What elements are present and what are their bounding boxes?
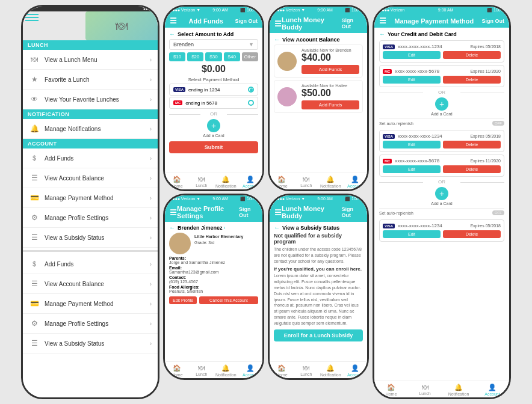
card-4-edit-btn[interactable]: Edit <box>383 165 441 173</box>
amount-30-btn[interactable]: $30 <box>205 52 221 61</box>
balance-back[interactable]: ← <box>274 36 280 43</box>
chevron-right-icon: › <box>150 175 152 182</box>
hamburger-icon-2[interactable]: ☰ <box>170 208 177 217</box>
menu-item-payment-method[interactable]: 💳 Manage Payment Method › <box>23 188 158 208</box>
menu-item-profile-settings[interactable]: ⚙ Manage Profile Settings › <box>23 208 158 228</box>
hamburger-icon[interactable]: ☰ <box>170 16 177 25</box>
amount-other-btn[interactable]: Other <box>242 52 258 61</box>
card-5-delete-btn[interactable]: Delete <box>443 230 501 238</box>
toggle-off-2[interactable]: OFF <box>492 210 504 215</box>
card-5-edit-btn[interactable]: Edit <box>383 230 441 238</box>
hamburger-icon-b[interactable]: ☰ <box>274 19 282 28</box>
menu-item-add-funds-2[interactable]: ＄ Add Funds › <box>23 254 158 274</box>
subsidy-sign-out[interactable]: Sign Out <box>342 206 363 218</box>
nav-notification[interactable]: 🔔Notification <box>214 176 238 188</box>
chevron-right-icon: › <box>150 57 152 63</box>
menu-item-view-lunch[interactable]: 🍽 View a Lunch Menu › <box>23 50 158 70</box>
nav-notification-p[interactable]: 🔔Notification <box>214 364 238 377</box>
card-2-delete-btn[interactable]: Delete <box>443 76 501 84</box>
nav-account-b[interactable]: 👤Account <box>343 176 368 188</box>
nav-home-s[interactable]: 🏠Home <box>270 364 294 377</box>
nav-lunch-p[interactable]: 🍽Lunch <box>190 364 214 377</box>
hamburger-icon-s[interactable]: ☰ <box>274 208 282 217</box>
nav-lunch-b[interactable]: 🍽Lunch <box>294 176 319 188</box>
card-1-row[interactable]: VISA ending in 1234 <box>169 84 258 96</box>
student-2-add-funds-btn[interactable]: Add Funds <box>302 100 359 109</box>
profile-back[interactable]: ← <box>169 224 175 231</box>
right-header-bar: ☰ Manage Payment Method Sign Out <box>374 14 509 28</box>
menu-item-subsidy-2[interactable]: ☰ View a Subsidy Status › <box>23 334 158 354</box>
menu-item-add-funds[interactable]: ＄ Add Funds › <box>23 148 158 168</box>
nav-account-s[interactable]: 👤Account <box>343 364 368 377</box>
or-divider-right: OR <box>379 90 504 95</box>
nav-home-b[interactable]: 🏠Home <box>270 176 294 188</box>
menu-item-account-balance-2[interactable]: ☰ View Account Balance › <box>23 274 158 294</box>
cancel-account-btn[interactable]: Cancel This Account <box>199 296 258 304</box>
bell-nav-icon-s: 🔔 <box>326 364 335 372</box>
enroll-btn[interactable]: Enroll for a Lunch Subsidy <box>274 329 363 341</box>
add-card-circle-right-2[interactable]: + <box>435 187 448 200</box>
menu-item-favorite[interactable]: ★ Favorite a Lunch › <box>23 70 158 90</box>
nav-account-p[interactable]: 👤Account <box>238 364 263 377</box>
chevron-down-icon: ▼ <box>249 41 254 47</box>
nav-lunch-r[interactable]: 🍽Lunch <box>408 384 442 396</box>
card-3-edit-btn[interactable]: Edit <box>383 141 441 148</box>
student-2-card: Available Now for Hailee $50.00 Add Fund… <box>274 80 363 113</box>
profile-sign-out[interactable]: Sign Out <box>239 206 258 218</box>
toggle-off[interactable]: OFF <box>492 121 504 126</box>
right-sign-out[interactable]: Sign Out <box>482 18 505 24</box>
radio-card2[interactable] <box>248 100 254 106</box>
subsidy-back[interactable]: ← <box>274 224 280 231</box>
menu-item-notifications[interactable]: 🔔 Manage Notifications › <box>23 119 158 139</box>
card-2-row[interactable]: MC ending in 5678 <box>169 97 258 109</box>
nav-notification-b[interactable]: 🔔Notification <box>318 176 343 188</box>
menu-item-payment-method-2[interactable]: 💳 Manage Payment Method › <box>23 294 158 314</box>
nav-home-r[interactable]: 🏠Home <box>374 384 408 396</box>
card-3-delete-btn[interactable]: Delete <box>443 141 501 148</box>
nav-notification-s[interactable]: 🔔Notification <box>318 364 343 377</box>
radio-card1[interactable] <box>248 87 254 93</box>
card-4-delete-btn[interactable]: Delete <box>443 165 501 173</box>
nav-notification-r[interactable]: 🔔Notification <box>442 384 475 396</box>
hamburger-icon-r[interactable]: ☰ <box>379 16 386 25</box>
card-1-edit-btn[interactable]: Edit <box>383 51 441 59</box>
menu-item-account-balance[interactable]: ☰ View Account Balance › <box>23 168 158 188</box>
amount-10-btn[interactable]: $10 <box>169 52 185 61</box>
amount-40-btn[interactable]: $40 <box>224 52 240 61</box>
card-2-edit-btn[interactable]: Edit <box>383 76 441 84</box>
edit-profile-btn[interactable]: Edit Profile <box>169 296 197 304</box>
add-card-circle[interactable]: + <box>207 119 220 132</box>
menu-item-profile-settings-2[interactable]: ⚙ Manage Profile Settings › <box>23 314 158 334</box>
right-section-title: Your Credit and Debit Card <box>388 31 457 37</box>
balance-sign-out[interactable]: Sign Out <box>342 17 363 29</box>
profile-status-bar: ●●●● Verizon ▼ 9:00 AM ⬛ 100% <box>165 195 262 203</box>
nav-lunch-s[interactable]: 🍽Lunch <box>294 364 319 377</box>
right-status-bar: ●●●● Verizon 9:00 AM ⬛ 100% <box>374 7 509 14</box>
student-selector[interactable]: Brenden ▼ <box>169 39 258 50</box>
card-2-number: xxxx-xxxx-xxxx-5678 <box>395 69 470 74</box>
menu-item-fav-lunches[interactable]: 👁 View Your Favorite Lunches › <box>23 90 158 109</box>
nav-account[interactable]: 👤Account <box>238 176 263 188</box>
parents-label: Parents: <box>169 256 258 260</box>
nav-account-r[interactable]: 👤Account <box>475 384 509 396</box>
student-1-add-funds-btn[interactable]: Add Funds <box>302 65 359 74</box>
submit-button[interactable]: Submit <box>169 141 258 153</box>
auto-replenish: Set auto-replenish OFF <box>379 118 504 127</box>
right-back[interactable]: ← <box>379 31 385 37</box>
profile-edit-arrow[interactable]: › <box>224 225 226 231</box>
mc-badge-1: MC <box>383 69 392 74</box>
nav-home[interactable]: 🏠Home <box>165 176 190 188</box>
bell-nav-icon-p: 🔔 <box>221 364 230 372</box>
menu-item-subsidy[interactable]: ☰ View a Subsidy Status › <box>23 228 158 248</box>
chevron-right-icon: › <box>150 301 152 307</box>
sign-out-link[interactable]: Sign Out <box>235 18 258 24</box>
back-arrow[interactable]: ← <box>169 31 175 37</box>
add-card-circle-right[interactable]: + <box>435 97 448 111</box>
card-1-delete-btn[interactable]: Delete <box>443 51 501 59</box>
status-dots: ●●●●● <box>143 7 154 11</box>
favorite-icon: ★ <box>29 74 40 85</box>
add-funds-header: ☰ Add Funds Sign Out <box>165 14 262 28</box>
nav-home-p[interactable]: 🏠Home <box>165 364 190 377</box>
nav-lunch[interactable]: 🍽Lunch <box>190 176 214 188</box>
amount-20-btn[interactable]: $20 <box>187 52 203 61</box>
